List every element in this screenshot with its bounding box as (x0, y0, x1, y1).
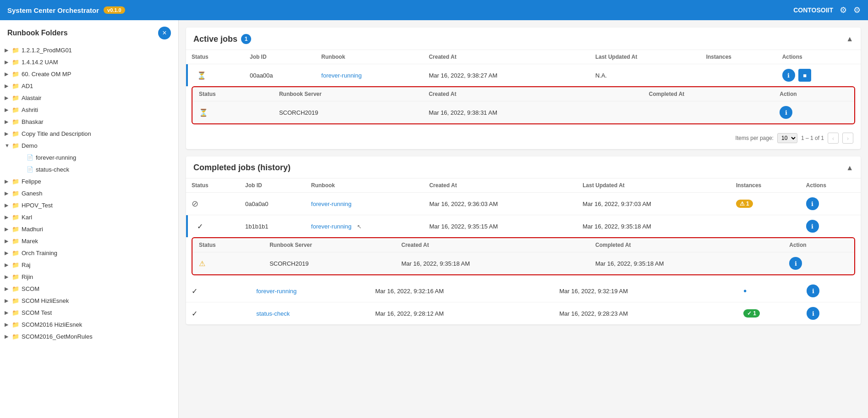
sidebar-item-label: Bhaskar (22, 118, 44, 125)
sidebar-item-scom-test[interactable]: ▶📁SCOM Test (0, 307, 178, 318)
chevron-icon: ▶ (5, 190, 12, 196)
items-per-page-select[interactable]: 10 25 50 (777, 133, 797, 143)
sidebar-item-karl[interactable]: ▶📁Karl (0, 211, 178, 223)
actions-cell: ℹ ■ (777, 64, 861, 87)
runbook-link[interactable]: status-check (256, 310, 290, 317)
completed-jobs-header: Completed jobs (history) ▲ (186, 156, 861, 178)
last-updated-cell: Mar 16, 2022, 9:37:03 AM (577, 193, 731, 215)
sidebar-item-60.-create-om-mp[interactable]: ▶📁60. Create OM MP (0, 68, 178, 80)
col-created-at: Created At (423, 50, 590, 64)
folder-icon: 📁 (12, 142, 19, 149)
sub-completed-at-cell (643, 101, 774, 124)
active-jobs-collapse-button[interactable]: ▲ (846, 35, 853, 43)
sidebar-item-scom2016-hizliesnek[interactable]: ▶📁SCOM2016 HizliEsnek (0, 318, 178, 330)
sidebar-item-raj[interactable]: ▶📁Raj (0, 259, 178, 271)
folder-icon: 📁 (12, 95, 19, 101)
instances-cell (701, 64, 777, 87)
status-cell: ✓ (186, 302, 225, 325)
status-hourglass-icon: ⏳ (197, 72, 206, 79)
sidebar-item-status-check[interactable]: 📄status-check (0, 163, 178, 175)
gear-icon[interactable]: ⚙ (840, 5, 847, 15)
runbook-link[interactable]: forever-running (311, 223, 352, 230)
info-button[interactable]: ℹ (807, 284, 819, 297)
status-hourglass-icon: ⏳ (199, 109, 208, 117)
job-id-cell (225, 280, 251, 302)
sidebar-item-scom-hizliesnek[interactable]: ▶📁SCOM HizliEsnek (0, 295, 178, 307)
row-indicator (186, 64, 188, 86)
sidebar-close-button[interactable]: × (158, 27, 171, 39)
info-button[interactable]: ℹ (782, 69, 795, 82)
sidebar-item-ad1[interactable]: ▶📁AD1 (0, 80, 178, 92)
runbook-link[interactable]: forever-running (321, 72, 362, 79)
status-cell: ⊘ (186, 193, 240, 215)
sidebar-item-marek[interactable]: ▶📁Marek (0, 235, 178, 247)
sidebar-item-scom2016_getmonrules[interactable]: ▶📁SCOM2016_GetMonRules (0, 330, 178, 342)
sub-runbook-server-cell: SCORCH2019 (273, 101, 422, 124)
runbook-link[interactable]: forever-running (256, 288, 297, 295)
sidebar-item-bhaskar[interactable]: ▶📁Bhaskar (0, 116, 178, 128)
sidebar-item-label: HPOV_Test (22, 202, 53, 209)
sidebar-item-felippe[interactable]: ▶📁Felippe (0, 175, 178, 187)
active-jobs-count: 1 (241, 34, 251, 44)
app-title: System Center Orchestrator (7, 6, 99, 14)
folder-icon: 📁 (12, 214, 19, 221)
info-button[interactable]: ℹ (806, 197, 819, 210)
sidebar-item-copy-title-and-description[interactable]: ▶📁Copy Title and Description (0, 128, 178, 139)
sub-info-button[interactable]: ℹ (780, 106, 792, 119)
completed-jobs-title-area: Completed jobs (history) (193, 163, 291, 173)
sidebar-item-label: SCOM2016 HizliEsnek (22, 321, 82, 328)
pagination-prev-button[interactable]: ‹ (828, 133, 839, 144)
sidebar-item-hpov_test[interactable]: ▶📁HPOV_Test (0, 199, 178, 211)
chevron-icon: ▶ (5, 59, 12, 65)
sidebar-item-label: Ashriti (22, 106, 38, 113)
sub-created-at-cell: Mar 16, 2022, 9:38:31 AM (422, 101, 642, 124)
sidebar-item-label: Orch Training (22, 250, 57, 256)
sub-action-cell: ℹ (773, 101, 854, 124)
last-updated-cell: Mar 16, 2022, 9:32:19 AM (554, 280, 738, 302)
stop-button[interactable]: ■ (798, 69, 811, 82)
sub-col-runbook-server: Runbook Server (273, 87, 422, 101)
chevron-icon: ▶ (5, 310, 12, 316)
sub-col-status: Status (192, 238, 263, 252)
sidebar-item-1.4.14.2-uam[interactable]: ▶📁1.4.14.2 UAM (0, 56, 178, 68)
sidebar-item-alastair[interactable]: ▶📁Alastair (0, 92, 178, 104)
sidebar-item-1.2.1.2_prodmg01[interactable]: ▶📁1.2.1.2_ProdMG01 (0, 44, 178, 56)
sidebar-item-scom[interactable]: ▶📁SCOM (0, 283, 178, 295)
sub-status-cell: ⏳ (192, 101, 273, 124)
folder-icon: 📁 (12, 285, 19, 292)
sidebar-item-label: SCOM Test (22, 309, 52, 316)
sub-col-completed-at: Completed At (643, 87, 774, 101)
sub-completed-at-cell: Mar 16, 2022, 9:35:18 AM (589, 252, 783, 275)
completed-jobs-collapse-button[interactable]: ▲ (846, 164, 853, 172)
col-runbook: Runbook (316, 50, 423, 64)
sub-info-button[interactable]: ℹ (789, 257, 802, 270)
runbook-link[interactable]: forever-running (311, 201, 352, 207)
completed-jobs-header-row: Status Job ID Runbook Created At Last Up… (186, 178, 861, 193)
sidebar-item-forever-running[interactable]: 📄forever-running (0, 151, 178, 163)
sidebar-item-ganesh[interactable]: ▶📁Ganesh (0, 187, 178, 199)
chevron-icon: ▶ (5, 107, 12, 113)
completed-job-sub-table: Status Runbook Server Created At Complet… (192, 238, 854, 274)
sidebar-item-demo[interactable]: ▼📁Demo (0, 139, 178, 151)
sidebar-item-rijin[interactable]: ▶📁Rijin (0, 271, 178, 283)
settings-icon[interactable]: ⚙ (853, 5, 861, 15)
active-jobs-header: Active jobs 1 ▲ (186, 28, 861, 50)
info-button[interactable]: ℹ (806, 220, 819, 233)
sidebar-item-madhuri[interactable]: ▶📁Madhuri (0, 223, 178, 235)
folder-icon: 📁 (12, 202, 19, 209)
content-area: Active jobs 1 ▲ Status Job ID Runbook Cr… (179, 20, 868, 418)
pagination-next-button[interactable]: › (842, 133, 853, 144)
sidebar-item-ashriti[interactable]: ▶📁Ashriti (0, 104, 178, 116)
info-button[interactable]: ℹ (807, 307, 819, 320)
main-layout: Runbook Folders × ▶📁1.2.1.2_ProdMG01▶📁1.… (0, 20, 868, 418)
chevron-icon: ▶ (5, 202, 12, 208)
chevron-icon: ▶ (5, 226, 12, 232)
folder-icon: 📁 (12, 106, 19, 113)
job-id-cell: 0a0a0a0 (240, 193, 306, 215)
folder-icon: 📁 (12, 83, 19, 89)
active-jobs-header-row: Status Job ID Runbook Created At Last Up… (186, 50, 861, 64)
col-last-updated-at: Last Updated At (590, 50, 701, 64)
sidebar-item-orch-training[interactable]: ▶📁Orch Training (0, 247, 178, 259)
last-updated-cell: Mar 16, 2022, 9:35:18 AM (577, 215, 731, 238)
sidebar-header: Runbook Folders × (0, 20, 178, 44)
